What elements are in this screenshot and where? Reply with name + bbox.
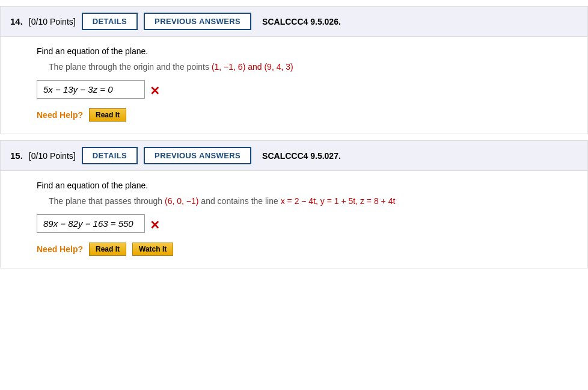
question-14-read-it-button[interactable]: Read It xyxy=(89,108,126,122)
question-15-prompt: Find an equation of the plane. xyxy=(37,181,573,190)
question-15-watch-it-button[interactable]: Watch It xyxy=(132,243,173,256)
question-14-subtext: The plane through the origin and the poi… xyxy=(37,62,573,72)
question-15-need-help-row: Need Help? Read It Watch It xyxy=(37,243,573,256)
question-14-body: Find an equation of the plane. The plane… xyxy=(1,37,587,134)
question-15-header: 15. [0/10 Points] DETAILS PREVIOUS ANSWE… xyxy=(1,141,587,171)
question-14-subtext-plain: The plane through the origin and the poi… xyxy=(49,62,212,72)
question-14-answer: 5x − 13y − 3z = 0 xyxy=(43,84,113,94)
question-15-answer-row: 89x − 82y − 163 = 550 ✕ xyxy=(37,214,573,235)
question-15-number: 15. xyxy=(10,150,23,161)
question-15-subtext: The plane that passes through (6, 0, −1)… xyxy=(37,196,573,206)
question-15-prev-answers-button[interactable]: PREVIOUS ANSWERS xyxy=(144,147,251,164)
question-15-answer-box: 89x − 82y − 163 = 550 xyxy=(37,214,145,233)
question-14-prev-answers-button[interactable]: PREVIOUS ANSWERS xyxy=(144,13,251,30)
question-14: 14. [0/10 Points] DETAILS PREVIOUS ANSWE… xyxy=(0,6,588,134)
question-14-prompt: Find an equation of the plane. xyxy=(37,46,573,56)
question-14-points: [0/10 Points] xyxy=(29,17,76,26)
question-14-subtext-highlight: (1, −1, 6) and (9, 4, 3) xyxy=(212,62,293,72)
question-15-subtext-highlight1: (6, 0, −1) xyxy=(165,196,198,206)
question-15-subtext-plain: The plane that passes through xyxy=(49,196,165,206)
question-14-answer-row: 5x − 13y − 3z = 0 ✕ xyxy=(37,80,573,101)
question-15-read-it-button[interactable]: Read It xyxy=(89,243,126,256)
question-15-need-help-label: Need Help? xyxy=(37,244,83,254)
question-14-number: 14. xyxy=(10,16,23,26)
question-15-answer: 89x − 82y − 163 = 550 xyxy=(43,218,133,229)
question-14-need-help-row: Need Help? Read It xyxy=(37,108,573,122)
question-15-subtext-middle: and contains the line xyxy=(198,196,280,206)
question-15-points: [0/10 Points] xyxy=(29,151,76,161)
question-14-answer-box: 5x − 13y − 3z = 0 xyxy=(37,80,145,99)
question-14-header: 14. [0/10 Points] DETAILS PREVIOUS ANSWE… xyxy=(1,7,587,37)
question-14-code: SCALCCC4 9.5.026. xyxy=(262,17,341,26)
question-15-code: SCALCCC4 9.5.027. xyxy=(262,151,341,161)
question-15-body: Find an equation of the plane. The plane… xyxy=(1,171,587,268)
question-15-wrong-mark: ✕ xyxy=(150,219,160,231)
question-14-details-button[interactable]: DETAILS xyxy=(82,13,138,30)
question-15: 15. [0/10 Points] DETAILS PREVIOUS ANSWE… xyxy=(0,140,588,268)
question-15-details-button[interactable]: DETAILS xyxy=(82,147,138,164)
question-14-need-help-label: Need Help? xyxy=(37,110,83,120)
question-14-wrong-mark: ✕ xyxy=(150,85,160,97)
question-15-subtext-highlight2: x = 2 − 4t, y = 1 + 5t, z = 8 + 4t xyxy=(281,196,396,206)
